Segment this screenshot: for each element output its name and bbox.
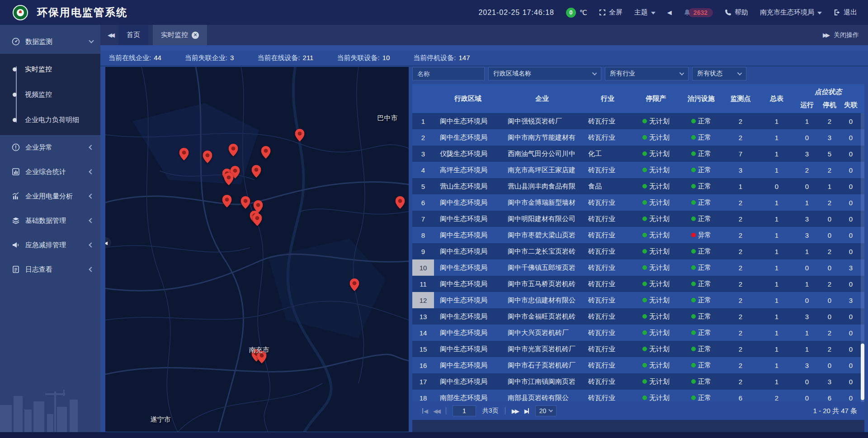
sidebar-group-0[interactable]: 数据监测: [0, 29, 100, 54]
sidebar-item-实时监控[interactable]: 实时监控: [0, 57, 100, 82]
tabs-scroll-left-icon[interactable]: ◀◀: [107, 32, 114, 38]
close-operations-button[interactable]: 关闭操作: [834, 31, 862, 39]
logout-button[interactable]: 退出: [834, 8, 857, 17]
accent-strip: [100, 45, 868, 51]
cell-enterprise: 阆中市江南镇阆南页岩: [502, 373, 582, 390]
sidebar-item-视频监控[interactable]: 视频监控: [0, 82, 100, 107]
cell-enterprise: 阆中市枣碧大梁山页岩: [502, 227, 582, 243]
table-row[interactable]: 12阆中生态环境局阆中市忠信建材有限公砖瓦行业无计划正常21003: [412, 292, 864, 308]
speaker-icon[interactable]: ◀: [667, 9, 672, 16]
status-dot-green-icon: [642, 135, 647, 140]
stat-label: 当前失联设备:: [337, 54, 379, 61]
org-dropdown[interactable]: 南充市生态环境局: [760, 8, 822, 17]
cell-region: 仪陇生态环境局: [434, 146, 502, 162]
table-row[interactable]: 7阆中生态环境局阆中明阳建材有限公司砖瓦行业无计划正常21300: [412, 211, 864, 227]
sidebar-group-1[interactable]: 企业异常: [0, 135, 100, 160]
map-pin-icon[interactable]: [349, 278, 359, 293]
industry-filter-select[interactable]: 所有行业: [605, 67, 689, 80]
map-canvas[interactable]: ◀ 巴中市南充市遂宁市: [105, 67, 409, 432]
name-filter-input[interactable]: [412, 67, 485, 80]
cell-index: 8: [412, 227, 434, 243]
cell-halt: 6: [818, 390, 841, 402]
notifications-button[interactable]: 2632: [684, 8, 713, 17]
map-pin-icon[interactable]: [224, 173, 234, 187]
page-size-select[interactable]: 20: [535, 405, 557, 416]
sidebar-group-3[interactable]: 企业用电量分析: [0, 184, 100, 208]
table-row[interactable]: 10阆中生态环境局阆中千佛镇五郎垭页岩砖瓦行业无计划正常21003: [412, 259, 864, 276]
table-row[interactable]: 14阆中生态环境局阆中大兴页岩机砖厂砖瓦行业无计划正常21120: [412, 325, 864, 341]
region-filter-select[interactable]: 行政区域名称: [488, 67, 601, 80]
table-scrollbar[interactable]: [861, 113, 864, 402]
table-row[interactable]: 5营山生态环境局营山县润丰肉食品有限食品无计划正常10010: [412, 178, 864, 194]
table-row[interactable]: 3仪陇生态环境局西南油气田分公司川中化工无计划正常71350: [412, 146, 864, 162]
tab-close-icon[interactable]: ✕: [192, 32, 199, 39]
status-filter-select[interactable]: 所有状态: [692, 67, 746, 80]
next-page-button[interactable]: ▶▶: [512, 408, 518, 414]
sidebar: 数据监测实时监控视频监控企业电力负荷明细企业异常企业综合统计企业用电量分析基础数…: [0, 25, 100, 432]
cell-lost: 0: [841, 211, 861, 227]
table-row[interactable]: 17阆中生态环境局阆中市江南镇阆南页岩砖瓦行业无计划正常21030: [412, 373, 864, 390]
stat-value: 3: [230, 54, 234, 61]
table-row[interactable]: 6阆中生态环境局阆中市金博瑞新型墙材砖瓦行业无计划正常21120: [412, 194, 864, 211]
cell-meters: 1: [758, 113, 796, 129]
first-page-button[interactable]: ◀: [422, 408, 427, 414]
tabs-scroll-right-icon[interactable]: ▶▶: [822, 32, 829, 38]
fullscreen-button[interactable]: 全屏: [599, 8, 623, 17]
map-pin-icon[interactable]: [203, 151, 212, 165]
sidebar-group-5[interactable]: 应急减排管理: [0, 233, 100, 257]
tab-realtime-monitoring[interactable]: 实时监控 ✕: [153, 25, 207, 45]
col-index: [412, 84, 434, 113]
sidebar-group-2[interactable]: 企业综合统计: [0, 160, 100, 184]
table-row[interactable]: 1阆中生态环境局阆中强锐页岩砖厂砖瓦行业无计划正常21120: [412, 113, 864, 129]
map-pin-icon[interactable]: [241, 196, 250, 211]
cell-industry: 砖瓦行业: [582, 194, 633, 211]
scrollbar-thumb[interactable]: [861, 344, 864, 400]
table-row[interactable]: 2阆中生态环境局阆中市南方节能建材有砖瓦行业无计划正常21030: [412, 129, 864, 146]
table-row[interactable]: 8阆中生态环境局阆中市枣碧大梁山页岩砖瓦行业无计划异常21300: [412, 227, 864, 243]
sidebar-group-4[interactable]: 基础数据管理: [0, 208, 100, 233]
cell-lost: 0: [841, 308, 861, 325]
status-dot-green-icon: [642, 233, 647, 237]
enterprise-panel: 行政区域名称 所有行业 所有状态: [412, 67, 864, 432]
table-row[interactable]: 18南部生态环境局南部县页岩砖有限公砖瓦行业无计划正常62060: [412, 390, 864, 402]
tab-home[interactable]: 首页: [118, 25, 148, 45]
theme-dropdown[interactable]: 主题: [634, 8, 656, 17]
chevron-left-icon: [89, 267, 94, 272]
map-pin-icon[interactable]: [295, 129, 305, 143]
map-pin-icon[interactable]: [261, 146, 270, 160]
map-pin-icon[interactable]: [229, 144, 238, 158]
map-pin-icon[interactable]: [252, 165, 261, 179]
map-pin-icon[interactable]: [253, 213, 262, 228]
table-row[interactable]: 4高坪生态环境局南充市高坪区王家店建砖瓦行业无计划正常31220: [412, 162, 864, 178]
cell-stop: 无计划: [633, 113, 679, 129]
cell-industry: 砖瓦行业: [582, 308, 633, 325]
stat-item: 当前在线企业:44: [108, 54, 161, 62]
sidebar-group-6[interactable]: 日志查看: [0, 257, 100, 282]
map-pin-icon[interactable]: [179, 148, 189, 162]
last-page-button[interactable]: ▶: [524, 408, 529, 414]
table-row[interactable]: 16阆中生态环境局阆中市石子页岩机砖厂砖瓦行业无计划正常21300: [412, 357, 864, 373]
cell-lost: 0: [841, 162, 861, 178]
table-row[interactable]: 13阆中生态环境局阆中市金福旺页岩机砖砖瓦行业无计划正常21300: [412, 308, 864, 325]
table-row[interactable]: 15阆中生态环境局阆中市光富页岩机砖厂砖瓦行业无计划正常21120: [412, 341, 864, 357]
map-pin-icon[interactable]: [396, 196, 405, 211]
stat-value: 10: [382, 54, 390, 61]
table-row[interactable]: 9阆中生态环境局阆中市二龙长宝页岩砖砖瓦行业无计划正常21120: [412, 243, 864, 259]
table-row[interactable]: 11阆中生态环境局阆中市五马桥页岩机砖砖瓦行业无计划正常21120: [412, 276, 864, 292]
cell-facility: 正常: [679, 373, 723, 390]
map-pin-icon[interactable]: [222, 195, 232, 209]
theme-label: 主题: [634, 8, 648, 17]
panel-bottom-spacer: [412, 420, 864, 432]
sidebar-group-label: 企业综合统计: [25, 168, 90, 176]
cell-region: 阆中生态环境局: [434, 194, 502, 211]
cell-points: 2: [723, 325, 758, 341]
prev-page-button[interactable]: ◀◀: [433, 408, 439, 414]
page-number-input[interactable]: [453, 405, 476, 416]
help-button[interactable]: 帮助: [725, 8, 748, 17]
cell-points: 2: [723, 243, 758, 259]
cell-stop: 无计划: [633, 276, 679, 292]
sidebar-item-企业电力负荷明细[interactable]: 企业电力负荷明细: [0, 107, 100, 132]
col-run: 运行: [796, 97, 818, 113]
cell-halt: 1: [818, 178, 841, 194]
status-dot-red-icon: [691, 233, 696, 237]
